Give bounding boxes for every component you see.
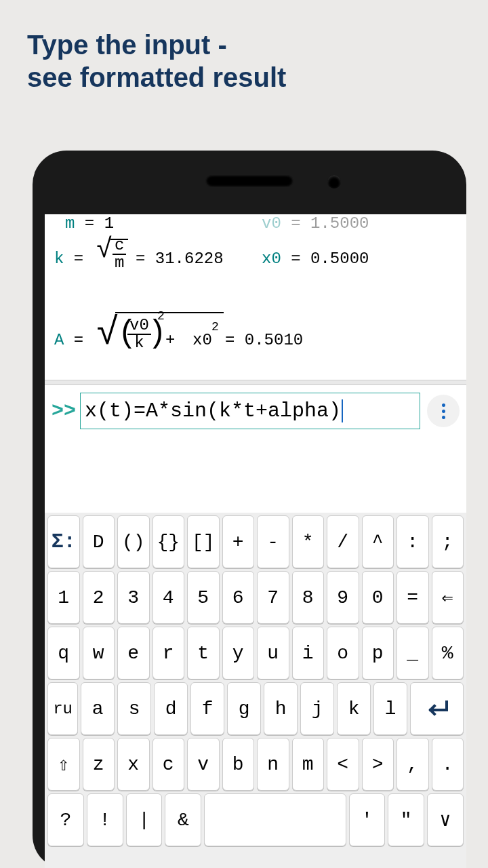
key-c[interactable]: c xyxy=(152,738,185,791)
key-underscore[interactable]: _ xyxy=(396,627,429,679)
text-cursor xyxy=(342,399,343,422)
phone-camera xyxy=(327,175,341,189)
key-s[interactable]: s xyxy=(117,682,151,735)
phone-frame: m = 1 v0 = 1.5000 x0 = 0.5000 k = √ cm =… xyxy=(33,151,466,868)
app-screen: m = 1 v0 = 1.5000 x0 = 0.5000 k = √ cm =… xyxy=(45,214,466,868)
input-prompt: >> xyxy=(45,399,80,422)
formula-output: m = 1 v0 = 1.5000 x0 = 0.5000 k = √ cm =… xyxy=(45,214,466,380)
key-shift[interactable]: ⇧ xyxy=(47,738,80,791)
key-g[interactable]: g xyxy=(227,682,261,735)
key-row-3: q w e r t y u i o p _ % xyxy=(46,627,465,679)
key-3[interactable]: 3 xyxy=(117,571,150,624)
key-semicolon[interactable]: ; xyxy=(432,515,464,568)
key-v[interactable]: v xyxy=(187,738,220,791)
separator xyxy=(45,380,466,385)
key-w[interactable]: w xyxy=(83,627,115,679)
key-h[interactable]: h xyxy=(264,682,298,735)
input-value: x(t)=A*sin(k*t+alpha) xyxy=(85,399,341,422)
enter-icon xyxy=(424,699,451,718)
input-row: >> x(t)=A*sin(k*t+alpha) xyxy=(45,389,466,433)
key-exclaim[interactable]: ! xyxy=(87,793,123,846)
key-quote[interactable]: " xyxy=(388,793,424,846)
key-7[interactable]: 7 xyxy=(257,571,289,624)
key-caret[interactable]: ^ xyxy=(362,515,394,568)
key-pipe[interactable]: | xyxy=(126,793,163,846)
key-row-5: ⇧ z x c v b n m < > , . xyxy=(46,738,465,791)
key-question[interactable]: ? xyxy=(47,793,84,846)
var-A: A xyxy=(54,331,64,349)
key-d[interactable]: d xyxy=(154,682,188,735)
more-button[interactable] xyxy=(427,395,460,427)
key-space[interactable] xyxy=(204,793,346,846)
key-t[interactable]: t xyxy=(187,627,220,679)
key-apostrophe[interactable]: ' xyxy=(349,793,386,846)
key-a[interactable]: a xyxy=(81,682,115,735)
key-row-4: ru a s d f g h j k l xyxy=(46,682,465,735)
keyboard: Σ: D () {} [] + - * / ^ : ; 1 2 3 4 5 6 … xyxy=(45,513,466,868)
val-k: 31.6228 xyxy=(155,250,224,268)
key-parens[interactable]: () xyxy=(117,515,150,568)
key-n[interactable]: n xyxy=(257,738,289,791)
key-colon[interactable]: : xyxy=(396,515,429,568)
key-4[interactable]: 4 xyxy=(152,571,185,624)
key-row-1: Σ: D () {} [] + - * / ^ : ; xyxy=(46,515,465,568)
key-period[interactable]: . xyxy=(432,738,464,791)
expression-input[interactable]: x(t)=A*sin(k*t+alpha) xyxy=(80,393,420,429)
key-e[interactable]: e xyxy=(117,627,150,679)
key-row-2: 1 2 3 4 5 6 7 8 9 0 = ⇐ xyxy=(46,571,465,624)
key-percent[interactable]: % xyxy=(432,627,464,679)
key-9[interactable]: 9 xyxy=(327,571,359,624)
key-l[interactable]: l xyxy=(373,682,407,735)
key-u[interactable]: u xyxy=(257,627,289,679)
var-k: k xyxy=(54,250,64,268)
key-x[interactable]: x xyxy=(117,738,150,791)
var-v0: v0 xyxy=(262,214,281,233)
key-star[interactable]: * xyxy=(292,515,325,568)
phone-speaker xyxy=(205,175,293,187)
title-line-1: Type the input - xyxy=(27,28,286,61)
key-y[interactable]: y xyxy=(222,627,255,679)
title-line-2: see formatted result xyxy=(27,61,286,94)
key-equals[interactable]: = xyxy=(396,571,429,624)
more-icon-dot xyxy=(442,403,445,407)
key-2[interactable]: 2 xyxy=(83,571,115,624)
key-i[interactable]: i xyxy=(292,627,325,679)
page-title: Type the input - see formatted result xyxy=(27,28,286,94)
key-minus[interactable]: - xyxy=(257,515,289,568)
key-z[interactable]: z xyxy=(83,738,115,791)
key-gt[interactable]: > xyxy=(362,738,394,791)
key-lang[interactable]: ru xyxy=(47,682,78,735)
key-k[interactable]: k xyxy=(337,682,371,735)
key-row-6: ? ! | & ' " ∨ xyxy=(46,793,465,846)
key-plus[interactable]: + xyxy=(222,515,255,568)
key-brackets[interactable]: [] xyxy=(187,515,220,568)
key-1[interactable]: 1 xyxy=(47,571,80,624)
key-braces[interactable]: {} xyxy=(152,515,185,568)
key-comma[interactable]: , xyxy=(396,738,429,791)
key-lt[interactable]: < xyxy=(327,738,359,791)
key-8[interactable]: 8 xyxy=(292,571,325,624)
key-6[interactable]: 6 xyxy=(222,571,255,624)
var-m: m xyxy=(65,214,75,233)
key-r[interactable]: r xyxy=(152,627,185,679)
key-amp[interactable]: & xyxy=(165,793,201,846)
key-backspace[interactable]: ⇐ xyxy=(432,571,464,624)
key-sigma[interactable]: Σ: xyxy=(47,515,80,568)
key-q[interactable]: q xyxy=(47,627,80,679)
val-A: 0.5010 xyxy=(245,331,303,349)
key-0[interactable]: 0 xyxy=(362,571,394,624)
key-slash[interactable]: / xyxy=(327,515,359,568)
key-o[interactable]: o xyxy=(327,627,359,679)
key-p[interactable]: p xyxy=(362,627,394,679)
key-collapse[interactable]: ∨ xyxy=(427,793,464,846)
key-enter[interactable] xyxy=(410,682,464,735)
key-f[interactable]: f xyxy=(190,682,224,735)
key-D[interactable]: D xyxy=(83,515,115,568)
key-5[interactable]: 5 xyxy=(187,571,220,624)
var-x0: x0 xyxy=(262,250,281,268)
key-m[interactable]: m xyxy=(292,738,325,791)
key-j[interactable]: j xyxy=(300,682,334,735)
key-b[interactable]: b xyxy=(222,738,255,791)
